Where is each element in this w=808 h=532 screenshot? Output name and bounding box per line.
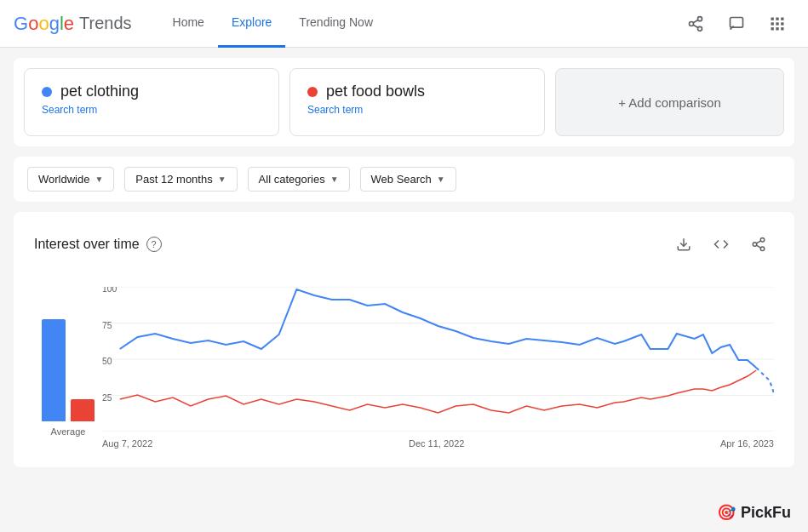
svg-point-19 — [760, 247, 765, 251]
svg-rect-11 — [776, 22, 778, 25]
chart-container: Average 100 75 50 25 — [34, 277, 774, 457]
red-line — [120, 370, 756, 413]
search-cards-container: pet clothing Search term pet food bowls … — [14, 58, 794, 146]
chevron-down-icon: ▼ — [218, 174, 226, 184]
feedback-button[interactable] — [719, 7, 754, 41]
help-icon[interactable]: ? — [146, 237, 162, 252]
filter-region-label: Worldwide — [38, 173, 89, 186]
bars — [42, 277, 95, 421]
logo-trends: Trends — [79, 14, 132, 33]
search-card-1: pet clothing Search term — [24, 68, 279, 136]
bar-label: Average — [51, 426, 86, 437]
bar-chart-area: Average — [34, 277, 102, 457]
x-label-3: Apr 16, 2023 — [720, 438, 774, 449]
search-card-1-header: pet clothing — [42, 83, 261, 100]
svg-rect-14 — [776, 27, 778, 30]
svg-text:100: 100 — [102, 287, 117, 294]
watermark: 🎯 PickFu — [717, 503, 791, 522]
svg-text:75: 75 — [102, 321, 112, 330]
share-button[interactable] — [679, 7, 713, 41]
main-nav: Home Explore Trending Now — [159, 0, 679, 48]
chart-x-labels: Aug 7, 2022 Dec 11, 2022 Apr 16, 2023 — [102, 435, 774, 449]
chart-title-text: Interest over time — [34, 237, 140, 252]
share-chart-button[interactable] — [743, 229, 774, 260]
x-label-1: Aug 7, 2022 — [102, 438, 152, 449]
search-card-2-header: pet food bowls — [307, 83, 527, 100]
svg-point-1 — [690, 21, 694, 26]
search-card-2: pet food bowls Search term — [289, 68, 545, 136]
filter-category-label: All categories — [259, 173, 325, 186]
svg-rect-9 — [781, 17, 783, 20]
svg-text:50: 50 — [102, 357, 112, 366]
svg-rect-13 — [771, 27, 774, 30]
chevron-down-icon: ▼ — [330, 174, 339, 184]
header: Google Trends Home Explore Trending Now — [0, 0, 808, 48]
dot-red — [307, 87, 318, 97]
apps-button[interactable] — [760, 7, 794, 41]
svg-rect-8 — [776, 17, 778, 20]
svg-line-21 — [756, 241, 760, 243]
search-term-2: pet food bowls — [326, 83, 425, 100]
x-label-2: Dec 11, 2022 — [409, 438, 464, 449]
logo-google: Google — [14, 13, 74, 35]
line-chart-area: 100 75 50 25 Aug 7, 2022 Dec 11, 2022 Ap… — [102, 287, 774, 457]
svg-text:25: 25 — [102, 393, 112, 403]
filter-category[interactable]: All categories ▼ — [248, 167, 350, 192]
nav-home[interactable]: Home — [159, 0, 218, 48]
add-comparison-button[interactable]: + Add comparison — [555, 68, 784, 136]
chart-actions — [668, 229, 774, 260]
svg-rect-5 — [731, 17, 743, 27]
add-comparison-label: + Add comparison — [618, 95, 721, 110]
watermark-icon: 🎯 — [717, 503, 736, 522]
nav-trending-now[interactable]: Trending Now — [285, 0, 387, 48]
svg-point-18 — [753, 243, 757, 247]
nav-explore[interactable]: Explore — [218, 0, 285, 48]
filter-search-type[interactable]: Web Search ▼ — [360, 167, 456, 192]
embed-button[interactable] — [706, 229, 736, 260]
svg-rect-7 — [771, 17, 774, 20]
watermark-text: PickFu — [741, 504, 791, 522]
svg-line-20 — [756, 245, 760, 248]
svg-rect-10 — [771, 22, 774, 25]
header-actions — [679, 7, 794, 41]
blue-line — [120, 289, 756, 368]
chevron-down-icon: ▼ — [95, 174, 103, 184]
search-type-1: Search term — [42, 104, 261, 116]
line-chart-svg: 100 75 50 25 — [102, 287, 774, 432]
svg-rect-12 — [781, 22, 783, 25]
chart-title-group: Interest over time ? — [34, 237, 162, 252]
search-type-2: Search term — [307, 104, 527, 116]
chart-header: Interest over time ? — [34, 229, 774, 260]
search-term-1: pet clothing — [60, 83, 139, 100]
svg-line-4 — [693, 20, 698, 22]
dot-blue — [42, 87, 52, 97]
filter-time[interactable]: Past 12 months ▼ — [124, 167, 237, 192]
svg-rect-15 — [781, 27, 783, 30]
download-button[interactable] — [668, 229, 699, 260]
logo: Google Trends — [14, 13, 132, 35]
filters-container: Worldwide ▼ Past 12 months ▼ All categor… — [14, 157, 794, 202]
svg-point-0 — [698, 16, 702, 20]
svg-point-17 — [760, 238, 765, 243]
bar-blue — [42, 319, 66, 421]
filter-time-label: Past 12 months — [135, 173, 212, 186]
chart-section: Interest over time ? — [14, 212, 794, 467]
svg-point-2 — [698, 26, 702, 31]
filter-region[interactable]: Worldwide ▼ — [27, 167, 114, 192]
svg-line-3 — [693, 25, 698, 27]
chevron-down-icon: ▼ — [437, 174, 445, 184]
bar-red — [71, 399, 95, 421]
blue-line-dotted — [756, 368, 774, 393]
filter-search-type-label: Web Search — [371, 173, 432, 186]
